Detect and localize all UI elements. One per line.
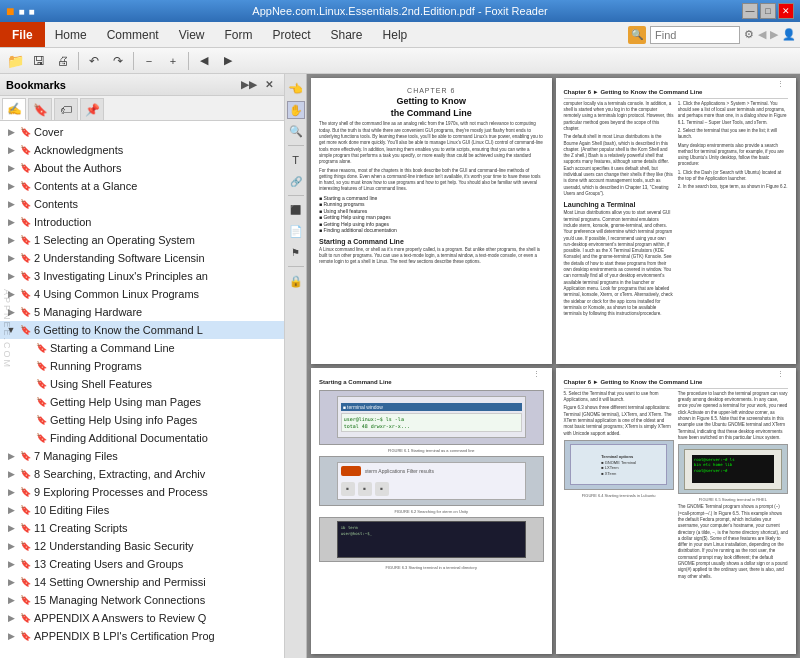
tree-item-17[interactable]: 🔖Finding Additional Documentatio [0,429,284,447]
tree-item-8[interactable]: ▶🔖3 Investigating Linux's Principles an [0,267,284,285]
tree-item-27[interactable]: ▶🔖APPENDIX A Answers to Review Q [0,609,284,627]
tree-item-4[interactable]: ▶🔖Contents [0,195,284,213]
tree-item-20[interactable]: ▶🔖9 Exploring Processes and Process [0,483,284,501]
tree-item-25[interactable]: ▶🔖14 Setting Ownership and Permissi [0,573,284,591]
tree-item-26[interactable]: ▶🔖15 Managing Network Connections [0,591,284,609]
watermark: APPNEE.COM [2,289,12,369]
tree-label-24: 13 Creating Users and Groups [34,558,280,570]
form-menu[interactable]: Form [215,22,263,47]
sidebar-close-icon[interactable]: ✕ [260,76,278,94]
search-icon-btn[interactable]: 🔍 [628,26,646,44]
tree-item-5[interactable]: ▶🔖Introduction [0,213,284,231]
user-icon[interactable]: 👤 [782,28,796,41]
toolbar-sep-1 [78,52,79,70]
tree-label-4: Contents [34,198,280,210]
tree-item-24[interactable]: ▶🔖13 Creating Users and Groups [0,555,284,573]
search-box [650,26,740,44]
tree-item-7[interactable]: ▶🔖2 Understanding Software Licensin [0,249,284,267]
search-input[interactable] [655,29,735,41]
highlight-tool[interactable]: ⬛ [287,201,305,219]
redo-button[interactable]: ↷ [107,50,129,72]
sidebar-header: Bookmarks ▶▶ ✕ [0,74,284,96]
sidebar-tab-clip[interactable]: 📌 [80,98,104,120]
pdf-page-2-dots[interactable]: ⋮ [777,80,784,88]
tree-item-28[interactable]: ▶🔖APPENDIX B LPI's Certification Prog [0,627,284,645]
pdf-page-2-col2: 1. Click the Applications > System > Ter… [678,101,788,320]
print-button[interactable]: 🖨 [52,50,74,72]
sidebar-tab-tag[interactable]: 🏷 [54,98,78,120]
link-tool[interactable]: 🔗 [287,172,305,190]
help-menu[interactable]: Help [373,22,418,47]
undo-button[interactable]: ↶ [83,50,105,72]
tree-item-12[interactable]: 🔖Starting a Command Line [0,339,284,357]
zoom-out-button[interactable]: − [138,50,160,72]
zoom-in-button[interactable]: + [162,50,184,72]
tree-label-26: 15 Managing Network Connections [34,594,280,606]
tree-item-22[interactable]: ▶🔖11 Creating Scripts [0,519,284,537]
view-menu[interactable]: View [169,22,215,47]
hand-tool[interactable]: ✋ [287,101,305,119]
tree-item-21[interactable]: ▶🔖10 Editing Files [0,501,284,519]
home-menu[interactable]: Home [45,22,97,47]
tree-item-18[interactable]: ▶🔖7 Managing Files [0,447,284,465]
sidebar: Bookmarks ▶▶ ✕ ✍ 🔖 🏷 📌 ▶🔖Cover▶🔖Acknowle… [0,74,285,658]
tree-label-11: 6 Getting to Know the Command L [34,324,280,336]
stamp-tool[interactable]: ⚑ [287,243,305,261]
tree-item-13[interactable]: 🔖Running Programs [0,357,284,375]
tree-label-28: APPENDIX B LPI's Certification Prog [34,630,280,642]
tree-item-9[interactable]: ▶🔖4 Using Common Linux Programs [0,285,284,303]
tree-label-23: 12 Understanding Basic Security [34,540,280,552]
nav-prev-icon[interactable]: ◀ [758,28,766,41]
tree-label-21: 10 Editing Files [34,504,280,516]
tree-item-1[interactable]: ▶🔖Acknowledgments [0,141,284,159]
zoom-tool[interactable]: 🔍 [287,122,305,140]
close-button[interactable]: ✕ [778,3,794,19]
tree-item-15[interactable]: 🔖Getting Help Using man Pages [0,393,284,411]
note-tool[interactable]: 📄 [287,222,305,240]
pdf-toc-list: ■ Starting a command line ■ Running prog… [319,195,544,234]
select-tool[interactable]: 👈 [287,80,305,98]
tree-item-6[interactable]: ▶🔖1 Selecting an Operating System [0,231,284,249]
pdf-page-3-dots[interactable]: ⋮ [533,370,540,378]
search-settings-icon[interactable]: ⚙ [744,28,754,41]
left-sep-1 [288,145,304,146]
maximize-button[interactable]: □ [760,3,776,19]
text-tool[interactable]: T [287,151,305,169]
pdf-page-4-dots[interactable]: ⋮ [777,370,784,378]
minimize-button[interactable]: ― [742,3,758,19]
menu-bar: File Home Comment View Form Protect Shar… [0,22,800,48]
tree-item-3[interactable]: ▶🔖Contents at a Glance [0,177,284,195]
comment-menu[interactable]: Comment [97,22,169,47]
tree-label-18: 7 Managing Files [34,450,280,462]
tree-label-12: Starting a Command Line [50,342,280,354]
tree-label-13: Running Programs [50,360,280,372]
save-button[interactable]: 🖫 [28,50,50,72]
tree-item-19[interactable]: ▶🔖8 Searching, Extracting, and Archiv [0,465,284,483]
tree-item-10[interactable]: ▶🔖5 Managing Hardware [0,303,284,321]
file-menu[interactable]: File [0,22,45,47]
tree-label-25: 14 Setting Ownership and Permissi [34,576,280,588]
pdf-page-4-fig1: Terminal options ■ GNOME Terminal ■ LXTe… [564,440,674,490]
sidebar-expand-icon[interactable]: ▶▶ [240,76,258,94]
sidebar-tab-hand[interactable]: ✍ [2,98,26,120]
share-menu[interactable]: Share [321,22,373,47]
open-button[interactable]: 📁 [4,50,26,72]
pdf-page-2-content: Chapter 6 ► Getting to Know the Command … [556,78,797,364]
sidebar-tab-bookmark[interactable]: 🔖 [28,98,52,120]
sidebar-tree[interactable]: ▶🔖Cover▶🔖Acknowledgments▶🔖About the Auth… [0,121,284,658]
pdf-page-4-cols: 5. Select the Terminal that you want to … [564,391,789,582]
tree-label-10: 5 Managing Hardware [34,306,280,318]
tree-item-11[interactable]: ▼🔖6 Getting to Know the Command L [0,321,284,339]
tree-item-16[interactable]: 🔖Getting Help Using info Pages [0,411,284,429]
pdf-figure-2-caption: FIGURE 6.2 Searching for xterm on Unity [319,509,544,514]
tree-item-2[interactable]: ▶🔖About the Authors [0,159,284,177]
left-toolbar: 👈 ✋ 🔍 T 🔗 ⬛ 📄 ⚑ 🔒 [285,74,307,658]
tree-item-14[interactable]: 🔖Using Shell Features [0,375,284,393]
page-prev-button[interactable]: ◀ [193,50,215,72]
nav-next-icon[interactable]: ▶ [770,28,778,41]
tree-item-23[interactable]: ▶🔖12 Understanding Basic Security [0,537,284,555]
lock-tool[interactable]: 🔒 [287,272,305,290]
tree-item-0[interactable]: ▶🔖Cover [0,123,284,141]
protect-menu[interactable]: Protect [263,22,321,47]
page-next-button[interactable]: ▶ [217,50,239,72]
